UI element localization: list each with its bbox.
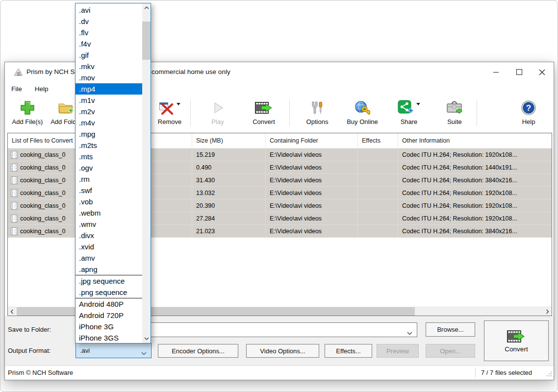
- scroll-down-button[interactable]: [142, 334, 151, 343]
- chevron-left-icon: [10, 309, 14, 314]
- file-effects: [358, 174, 398, 186]
- play-label: Play: [200, 118, 235, 125]
- share-label: Share: [390, 118, 428, 125]
- resize-grip[interactable]: [546, 370, 552, 378]
- buy-online-button[interactable]: Buy Online: [338, 98, 386, 130]
- preview-button[interactable]: Preview: [377, 344, 419, 358]
- help-button[interactable]: ? Help: [509, 98, 548, 130]
- file-folder: E:\Video\avi videos: [266, 225, 358, 237]
- suite-icon: [446, 100, 463, 115]
- file-effects: [358, 148, 398, 161]
- dropdown-item[interactable]: .png sequence: [76, 287, 142, 298]
- file-folder: E:\Video\avi videos: [266, 212, 358, 224]
- convert-button[interactable]: Convert: [484, 320, 549, 361]
- file-size: 20.390: [192, 199, 266, 212]
- convert-toolbar-button[interactable]: Convert: [243, 98, 284, 130]
- dropdown-item[interactable]: iPhone 3GS: [76, 332, 142, 343]
- remove-dropdown-caret[interactable]: [177, 103, 180, 105]
- dropdown-item[interactable]: .wmv: [76, 219, 142, 230]
- menu-help[interactable]: Help: [28, 82, 55, 96]
- dropdown-item[interactable]: .mov: [76, 72, 142, 83]
- share-button[interactable]: Share: [390, 98, 428, 130]
- file-size: 13.032: [192, 187, 266, 199]
- dropdown-item[interactable]: .flv: [76, 27, 142, 38]
- share-icon: [398, 100, 414, 116]
- file-name: cooking_class_0: [20, 202, 65, 209]
- encoder-options-button[interactable]: Encoder Options...: [158, 344, 238, 358]
- file-name: cooking_class_0: [20, 228, 65, 235]
- add-files-button[interactable]: Add File(s): [7, 98, 48, 130]
- browse-button[interactable]: Browse...: [426, 322, 475, 337]
- dropdown-item[interactable]: .xvid: [76, 241, 142, 252]
- scroll-up-button[interactable]: [142, 3, 151, 12]
- remove-button[interactable]: Remove: [150, 98, 189, 130]
- dropdown-item[interactable]: .ogv: [76, 162, 142, 173]
- dropdown-item[interactable]: .m1v: [76, 95, 142, 106]
- toolbar-separator: [289, 100, 290, 126]
- dropdown-item[interactable]: .amv: [76, 252, 142, 264]
- dropdown-item[interactable]: .rm: [76, 173, 142, 185]
- column-header-info[interactable]: Other Information: [398, 133, 552, 148]
- file-info: Codec ITU H.264; Resolution: 1920x108...: [398, 187, 552, 199]
- dropdown-item[interactable]: .avi: [76, 4, 142, 16]
- dropdown-item[interactable]: .vob: [76, 196, 142, 207]
- dropdown-scrollbar[interactable]: [142, 3, 151, 343]
- effects-button[interactable]: Effects...: [325, 344, 372, 358]
- dropdown-item[interactable]: .m4v: [76, 117, 142, 128]
- share-dropdown-caret[interactable]: [416, 103, 420, 105]
- output-format-label: Output Format:: [8, 344, 51, 358]
- file-size: 21.023: [192, 225, 266, 237]
- dropdown-item[interactable]: .m2ts: [76, 140, 142, 151]
- maximize-button[interactable]: [507, 62, 531, 82]
- status-copyright: Prism © NCH Software: [8, 366, 73, 379]
- dropdown-item[interactable]: Android 720P: [76, 310, 142, 321]
- suite-label: Suite: [432, 118, 477, 125]
- convert-icon: [507, 329, 526, 343]
- buy-online-label: Buy Online: [338, 118, 386, 125]
- file-effects: [358, 187, 398, 199]
- open-button[interactable]: Open...: [426, 344, 475, 358]
- column-header-effects[interactable]: Effects: [358, 133, 398, 148]
- dropdown-item[interactable]: .f4v: [76, 38, 142, 49]
- close-button[interactable]: [531, 62, 554, 82]
- dropdown-item[interactable]: .gif: [76, 49, 142, 61]
- column-header-folder[interactable]: Containing Folder: [266, 133, 358, 148]
- scroll-left-button[interactable]: [8, 307, 16, 316]
- file-size: 27.284: [192, 212, 266, 224]
- file-info: Codec ITU H.264; Resolution: 1920x108...: [398, 148, 552, 161]
- file-effects: [358, 225, 398, 237]
- status-selection-count: 7 / 7 files selected: [481, 366, 532, 379]
- add-folder-icon: [58, 101, 75, 115]
- output-format-value: .avi: [80, 347, 90, 354]
- menu-file[interactable]: File: [5, 82, 28, 96]
- chevron-down-icon: [407, 328, 412, 337]
- output-format-combobox[interactable]: .avi: [76, 343, 152, 358]
- dropdown-item[interactable]: .dv: [76, 16, 142, 27]
- dropdown-item[interactable]: .swf: [76, 185, 142, 196]
- dropdown-item[interactable]: .apng: [76, 264, 142, 275]
- file-folder: E:\Video\avi videos: [266, 148, 358, 161]
- dropdown-item[interactable]: .jpg sequence: [76, 275, 142, 287]
- file-name: cooking_class_0: [20, 215, 65, 222]
- dropdown-item[interactable]: .mpg: [76, 128, 142, 140]
- scrollbar-thumb[interactable]: [142, 22, 151, 60]
- dropdown-item[interactable]: .divx: [76, 230, 142, 241]
- column-header-size[interactable]: Size (MB): [192, 133, 266, 148]
- status-bar: Prism © NCH Software 7 / 7 files selecte…: [5, 366, 554, 380]
- options-button[interactable]: Options: [298, 98, 336, 130]
- dropdown-item[interactable]: .mts: [76, 151, 142, 162]
- dropdown-item[interactable]: .mkv: [76, 61, 142, 72]
- chevron-right-icon: [546, 309, 549, 314]
- play-button[interactable]: Play: [200, 98, 235, 130]
- video-file-icon: [11, 202, 18, 210]
- dropdown-item-selected[interactable]: .mp4: [76, 83, 142, 95]
- video-options-button[interactable]: Video Options...: [246, 344, 319, 358]
- dropdown-item[interactable]: iPhone 3G: [76, 321, 142, 332]
- scroll-right-button[interactable]: [543, 307, 552, 316]
- dropdown-item[interactable]: .m2v: [76, 106, 142, 117]
- dropdown-item[interactable]: .webm: [76, 207, 142, 219]
- minimize-button[interactable]: [484, 62, 507, 82]
- close-icon: [539, 69, 545, 75]
- dropdown-item[interactable]: Android 480P: [76, 298, 142, 310]
- suite-button[interactable]: Suite: [432, 98, 477, 130]
